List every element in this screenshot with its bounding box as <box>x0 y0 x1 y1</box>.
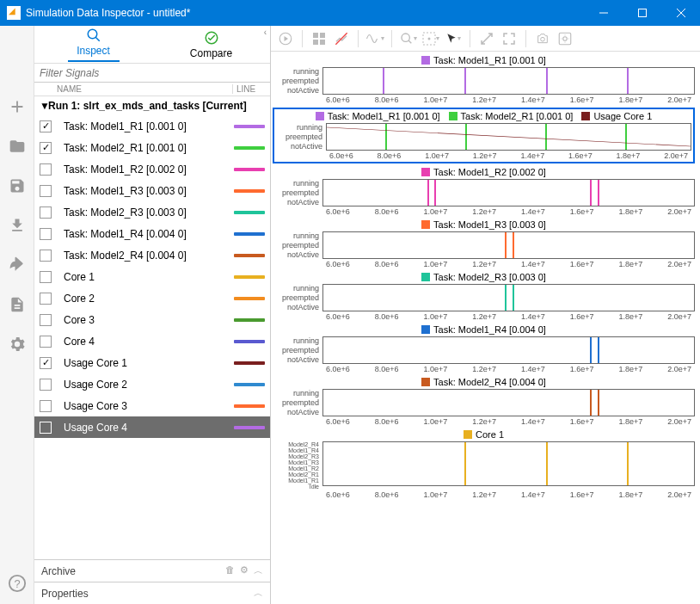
cursor-icon[interactable]: ▾ <box>444 29 463 48</box>
grid-icon[interactable] <box>310 29 329 48</box>
settings-button[interactable] <box>7 334 28 354</box>
subplot[interactable]: Task: Model1_R4 [0.004 0]runningpreempte… <box>273 324 695 373</box>
signal-label: Usage Core 3 <box>58 400 234 412</box>
signal-row[interactable]: Task: Model1_R2 [0.002 0] <box>34 158 270 180</box>
chart-canvas[interactable] <box>322 231 695 259</box>
legend: Task: Model1_R1 [0.001 0] <box>273 55 695 65</box>
subplot[interactable]: Core 1Model2_R4Model1_R4Model2_R3Model1_… <box>273 429 695 499</box>
chart-canvas[interactable] <box>326 123 691 151</box>
properties-section[interactable]: Properties ︿ <box>34 582 270 604</box>
signal-row[interactable]: Task: Model1_R1 [0.001 0] <box>34 115 270 137</box>
signal-checkbox[interactable] <box>40 357 52 369</box>
signal-checkbox[interactable] <box>40 379 52 391</box>
open-button[interactable] <box>7 136 28 157</box>
signal-row[interactable]: Usage Core 2 <box>34 373 270 395</box>
chevron-up-icon[interactable]: ︿ <box>254 587 263 600</box>
minimize-button[interactable] <box>584 0 623 26</box>
chart-canvas[interactable] <box>322 389 695 416</box>
zoom-icon[interactable]: ▾ <box>399 29 418 48</box>
signal-checkbox[interactable] <box>40 163 52 176</box>
signal-checkbox[interactable] <box>40 422 52 434</box>
signal-checkbox[interactable] <box>40 400 52 412</box>
svg-rect-1 <box>638 9 646 17</box>
signal-checkbox[interactable] <box>40 314 52 326</box>
signal-row[interactable]: Task: Model2_R3 [0.003 0] <box>34 201 270 223</box>
signal-checkbox[interactable] <box>40 120 52 133</box>
signal-checkbox[interactable] <box>40 206 52 219</box>
plot-area: ▾ ▾ ▾ ▾ Task: Model1_R1 [0.001 0]running… <box>271 26 700 604</box>
subplot[interactable]: Task: Model1_R3 [0.003 0]runningpreempte… <box>273 219 695 268</box>
signal-checkbox[interactable] <box>40 185 52 197</box>
filter-input[interactable] <box>34 64 270 83</box>
save-button[interactable] <box>7 176 28 196</box>
plot-stack[interactable]: Task: Model1_R1 [0.001 0]runningpreempte… <box>271 52 700 604</box>
svg-rect-13 <box>320 40 325 45</box>
signal-row[interactable]: Core 4 <box>34 330 270 352</box>
chart-canvas[interactable] <box>322 284 695 311</box>
signal-checkbox[interactable] <box>40 250 52 262</box>
report-button[interactable] <box>7 294 28 315</box>
tab-inspect[interactable]: Inspect <box>34 26 152 63</box>
signal-checkbox[interactable] <box>40 293 52 305</box>
gear-small-icon[interactable]: ⚙ <box>240 564 249 577</box>
signal-checkbox[interactable] <box>40 336 52 348</box>
chart-canvas[interactable] <box>322 441 695 486</box>
chart-canvas[interactable] <box>322 179 695 206</box>
chart-canvas[interactable] <box>322 336 695 364</box>
subplot[interactable]: Task: Model1_R2 [0.002 0]runningpreempte… <box>273 167 695 216</box>
legend: Task: Model1_R4 [0.004 0] <box>273 324 695 335</box>
signal-color-swatch <box>234 232 265 236</box>
signal-row[interactable]: Usage Core 1 <box>34 352 270 373</box>
trash-icon[interactable]: 🗑 <box>225 564 235 577</box>
close-button[interactable] <box>661 0 700 26</box>
maximize-button[interactable] <box>623 0 661 26</box>
subplot[interactable]: Task: Model1_R1 [0.001 0]runningpreempte… <box>273 55 695 104</box>
import-button[interactable] <box>7 215 28 236</box>
expand-diag-icon[interactable] <box>477 29 496 48</box>
help-button[interactable]: ? <box>7 573 28 594</box>
signal-color-swatch <box>234 168 265 171</box>
svg-rect-12 <box>313 40 318 45</box>
legend-text: Task: Model1_R1 [0.001 0] <box>328 111 440 121</box>
signal-checkbox[interactable] <box>40 228 52 240</box>
add-button[interactable] <box>7 96 28 117</box>
prefs-icon[interactable] <box>556 29 574 48</box>
signal-label: Task: Model1_R4 [0.004 0] <box>58 228 234 240</box>
signal-checkbox[interactable] <box>40 142 52 154</box>
snapshot-icon[interactable] <box>533 29 552 48</box>
chart-canvas[interactable] <box>322 67 695 95</box>
svg-rect-19 <box>559 33 571 45</box>
run-row[interactable]: ▼ Run 1: slrt_ex_mds_and_tasks [Current] <box>34 96 270 115</box>
signal-row[interactable]: Core 1 <box>34 266 270 287</box>
wave-icon[interactable]: ▾ <box>365 29 384 48</box>
subplot[interactable]: Task: Model2_R4 [0.004 0]runningpreempte… <box>273 377 695 426</box>
titlebar: Simulation Data Inspector - untitled* <box>0 0 700 26</box>
x-labels: 6.0e+68.0e+61.0e+71.2e+71.4e+71.6e+71.8e… <box>322 364 695 373</box>
signal-row[interactable]: Task: Model2_R1 [0.001 0] <box>34 137 270 158</box>
chevron-up-icon[interactable]: ︿ <box>254 564 263 577</box>
signal-row[interactable]: Task: Model2_R4 [0.004 0] <box>34 244 270 266</box>
signal-row[interactable]: Core 2 <box>34 287 270 309</box>
legend: Task: Model1_R2 [0.002 0] <box>273 167 695 177</box>
export-button[interactable] <box>7 255 28 275</box>
clear-icon[interactable] <box>332 29 351 48</box>
fullscreen-icon[interactable] <box>500 29 519 48</box>
signal-checkbox[interactable] <box>40 271 52 283</box>
signal-tree[interactable]: ▼ Run 1: slrt_ex_mds_and_tasks [Current]… <box>34 96 270 559</box>
signal-row[interactable]: Task: Model1_R4 [0.004 0] <box>34 223 270 244</box>
legend-text: Task: Model1_R4 [0.004 0] <box>433 324 546 335</box>
signal-color-swatch <box>234 361 265 365</box>
subplot[interactable]: Task: Model2_R3 [0.003 0]runningpreempte… <box>273 272 695 321</box>
run-circle-icon[interactable] <box>276 29 295 48</box>
signal-row[interactable]: Usage Core 3 <box>34 395 270 416</box>
collapse-icon[interactable]: ‹ <box>264 28 267 37</box>
signal-row[interactable]: Task: Model1_R3 [0.003 0] <box>34 180 270 201</box>
signal-row[interactable]: Core 3 <box>34 309 270 330</box>
fit-icon[interactable]: ▾ <box>421 29 440 48</box>
subplot[interactable]: Task: Model1_R1 [0.001 0]Task: Model2_R1… <box>273 108 695 163</box>
x-labels: 6.0e+68.0e+61.0e+71.2e+71.4e+71.6e+71.8e… <box>322 490 695 499</box>
tab-compare[interactable]: Compare <box>152 26 270 63</box>
signal-row[interactable]: Usage Core 4 <box>34 416 270 438</box>
legend-text: Task: Model1_R3 [0.003 0] <box>433 219 546 230</box>
archive-section[interactable]: Archive 🗑 ⚙ ︿ <box>34 559 270 582</box>
